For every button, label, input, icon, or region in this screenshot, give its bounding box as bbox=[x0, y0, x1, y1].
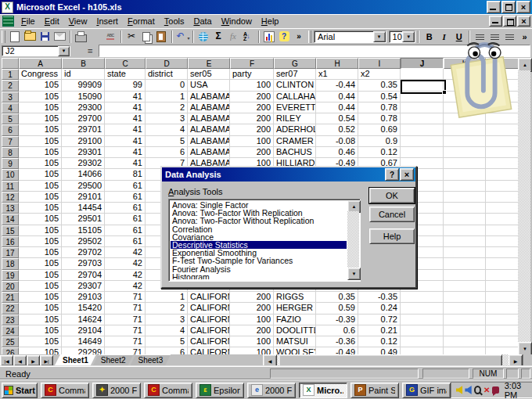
cell-K21[interactable] bbox=[444, 292, 486, 303]
cell-A4[interactable]: 105 bbox=[19, 102, 62, 113]
taskbar-button-internet-explorer[interactable]: e2000 Fl... bbox=[247, 383, 296, 398]
cell-C21[interactable]: 71 bbox=[105, 292, 146, 303]
cell-D6[interactable]: 4 bbox=[146, 124, 188, 135]
column-header-D[interactable]: D bbox=[146, 58, 188, 69]
cell-H5[interactable]: 0.54 bbox=[316, 113, 358, 124]
cell-A15[interactable]: 105 bbox=[19, 225, 62, 236]
row-header-11[interactable]: 11 bbox=[2, 181, 19, 192]
cell-B4[interactable]: 29300 bbox=[62, 102, 105, 113]
cell-H24[interactable]: 0.6 bbox=[316, 325, 358, 336]
copy-icon[interactable] bbox=[139, 30, 154, 44]
column-header-E[interactable]: E bbox=[188, 58, 230, 69]
cell-B11[interactable]: 29500 bbox=[62, 181, 105, 192]
cell-H22[interactable]: 0.59 bbox=[316, 303, 358, 314]
cell-E26[interactable]: CALIFORNIA bbox=[188, 347, 230, 354]
cell-D25[interactable]: 5 bbox=[146, 336, 188, 347]
cell-A23[interactable]: 105 bbox=[19, 315, 62, 325]
formula-input[interactable] bbox=[99, 45, 530, 57]
more-buttons-icon[interactable]: » bbox=[517, 30, 532, 44]
cell-D26[interactable]: 6 bbox=[146, 347, 188, 354]
cell-B26[interactable]: 29299 bbox=[62, 347, 105, 354]
cell-B8[interactable]: 29301 bbox=[62, 147, 105, 158]
row-header-1[interactable]: 1 bbox=[2, 69, 19, 80]
cell-H7[interactable]: -0.08 bbox=[316, 136, 358, 147]
menu-insert[interactable]: Insert bbox=[92, 15, 123, 28]
cell-B13[interactable]: 14454 bbox=[62, 203, 105, 214]
row-header-10[interactable]: 10 bbox=[2, 169, 19, 180]
cell-C11[interactable]: 61 bbox=[105, 181, 146, 192]
cell-B17[interactable]: 29702 bbox=[62, 247, 105, 258]
cell-K8[interactable] bbox=[444, 147, 486, 158]
cell-B25[interactable]: 14649 bbox=[62, 336, 105, 347]
cell-C4[interactable]: 41 bbox=[105, 102, 146, 113]
row-header-23[interactable]: 23 bbox=[2, 315, 19, 325]
cell-I4[interactable]: 0.78 bbox=[358, 102, 401, 113]
cell-C6[interactable]: 41 bbox=[105, 124, 146, 135]
cell-B24[interactable]: 29104 bbox=[62, 325, 105, 336]
cell-B22[interactable]: 15420 bbox=[62, 303, 105, 314]
cell-I3[interactable]: 0.54 bbox=[358, 92, 401, 102]
cell-G6[interactable]: ADERHOLT bbox=[274, 124, 316, 135]
select-all-corner[interactable] bbox=[2, 58, 19, 69]
row-header-15[interactable]: 15 bbox=[2, 225, 19, 236]
toolbar-grip[interactable] bbox=[2, 31, 5, 43]
cell-J4[interactable] bbox=[401, 102, 444, 113]
cell-K19[interactable] bbox=[444, 270, 486, 281]
more-icon[interactable]: » bbox=[292, 30, 307, 44]
cell-J1[interactable] bbox=[401, 69, 444, 80]
cell-G8[interactable]: BACHUS bbox=[274, 147, 316, 158]
row-header-6[interactable]: 6 bbox=[2, 124, 19, 135]
cell-F8[interactable]: 200 bbox=[230, 147, 274, 158]
equals-button[interactable]: = bbox=[88, 46, 92, 56]
cell-D5[interactable]: 3 bbox=[146, 113, 188, 124]
cell-G5[interactable]: RILEY bbox=[274, 113, 316, 124]
cell-H6[interactable]: 0.52 bbox=[316, 124, 358, 135]
cell-A16[interactable]: 105 bbox=[19, 236, 62, 247]
cell-E23[interactable]: CALIFORNIA bbox=[188, 315, 230, 325]
cell-I5[interactable]: 0.78 bbox=[358, 113, 401, 124]
next-sheet-icon[interactable]: ▶ bbox=[27, 355, 40, 366]
row-header-21[interactable]: 21 bbox=[2, 292, 19, 303]
row-header-7[interactable]: 7 bbox=[2, 136, 19, 147]
cell-K6[interactable] bbox=[444, 124, 486, 135]
row-header-20[interactable]: 20 bbox=[2, 281, 19, 292]
cell-K17[interactable] bbox=[444, 247, 486, 258]
cell-C25[interactable]: 71 bbox=[105, 336, 146, 347]
cell-A17[interactable]: 105 bbox=[19, 247, 62, 258]
chat-icon[interactable] bbox=[492, 386, 498, 394]
red-x-icon[interactable]: ✕ bbox=[483, 386, 490, 394]
column-header-J[interactable]: J bbox=[401, 58, 444, 69]
workbook-close-button[interactable]: × bbox=[517, 16, 530, 27]
cell-A11[interactable]: 105 bbox=[19, 181, 62, 192]
cell-C12[interactable]: 61 bbox=[105, 192, 146, 203]
link-icon[interactable] bbox=[196, 30, 211, 44]
excel-app-icon[interactable]: X bbox=[2, 2, 13, 13]
cell-B14[interactable]: 29501 bbox=[62, 214, 105, 225]
menu-format[interactable]: Format bbox=[123, 15, 160, 28]
column-header-K[interactable]: K bbox=[444, 58, 486, 69]
cell-G23[interactable]: FAZIO bbox=[274, 315, 316, 325]
menu-view[interactable]: View bbox=[64, 15, 92, 28]
cell-B23[interactable]: 14624 bbox=[62, 315, 105, 325]
cell-F3[interactable]: 200 bbox=[230, 92, 274, 102]
cell-H4[interactable]: 0.44 bbox=[316, 102, 358, 113]
row-header-22[interactable]: 22 bbox=[2, 303, 19, 314]
cell-D7[interactable]: 5 bbox=[146, 136, 188, 147]
row-header-2[interactable]: 2 bbox=[2, 80, 19, 91]
row-header-5[interactable]: 5 bbox=[2, 113, 19, 124]
row-header-13[interactable]: 13 bbox=[2, 203, 19, 214]
cell-E4[interactable]: ALABAMA bbox=[188, 102, 230, 113]
sheet-tab-sheet1[interactable]: Sheet1 bbox=[55, 354, 96, 365]
cell-I26[interactable]: 0.49 bbox=[358, 347, 401, 354]
cell-K25[interactable] bbox=[444, 336, 486, 347]
cell-G26[interactable]: WOOLSEY bbox=[274, 347, 316, 354]
cell-A26[interactable]: 105 bbox=[19, 347, 62, 354]
selected-cell-outline[interactable] bbox=[401, 80, 446, 94]
row-header-24[interactable]: 24 bbox=[2, 325, 19, 336]
cell-I2[interactable]: 0.35 bbox=[358, 80, 401, 91]
cell-K3[interactable] bbox=[444, 92, 486, 102]
cell-B16[interactable]: 29502 bbox=[62, 236, 105, 247]
cell-B18[interactable]: 29703 bbox=[62, 258, 105, 269]
cell-D4[interactable]: 2 bbox=[146, 102, 188, 113]
taskbar-button-excel-app[interactable]: XMicro... bbox=[299, 383, 347, 398]
